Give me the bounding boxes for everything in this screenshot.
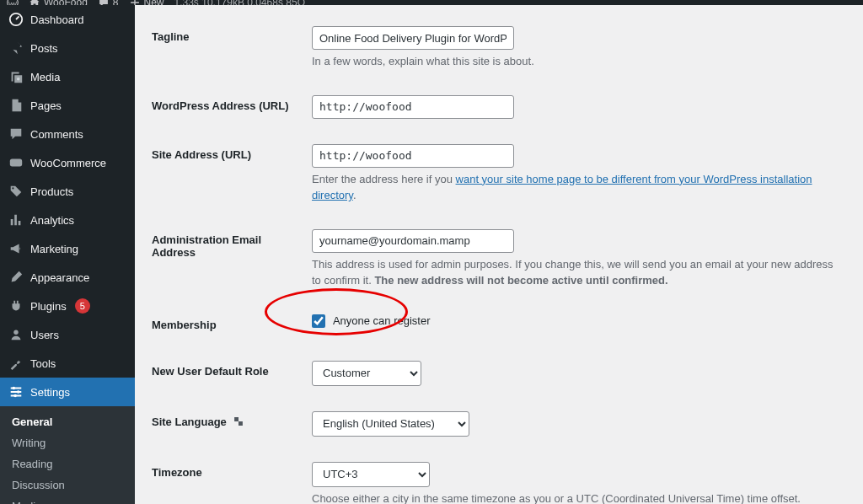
- menu-products[interactable]: Products: [0, 177, 135, 206]
- svg-point-4: [12, 187, 13, 189]
- tz-select[interactable]: UTC+3: [312, 462, 430, 487]
- siteaddr-input[interactable]: [312, 144, 514, 168]
- settings-submenu: General Writing Reading Discussion Media…: [0, 406, 135, 504]
- wp-logo-icon[interactable]: [7, 0, 19, 5]
- woocommerce-icon: [8, 155, 24, 170]
- menu-label: Analytics: [30, 214, 74, 227]
- brush-icon: [8, 270, 24, 285]
- settings-form: Tagline In a few words, explain what thi…: [135, 5, 863, 504]
- tagline-input[interactable]: [312, 26, 514, 50]
- analytics-icon: [8, 212, 24, 228]
- sub-writing[interactable]: Writing: [0, 432, 135, 453]
- menu-label: Media: [30, 71, 60, 83]
- products-icon: [8, 184, 24, 199]
- menu-label: Plugins: [30, 300, 67, 313]
- anyone-register-checkbox[interactable]: [312, 314, 325, 328]
- menu-settings[interactable]: Settings: [0, 378, 135, 406]
- perf-stats: 1.33s 10,179kB 0.0468s 85Q: [174, 0, 305, 5]
- menu-marketing[interactable]: Marketing: [0, 234, 135, 263]
- anyone-register-label[interactable]: Anyone can register: [312, 314, 431, 327]
- site-name-link[interactable]: WooFood: [29, 0, 88, 5]
- svg-point-5: [13, 330, 18, 335]
- adminemail-input[interactable]: [312, 229, 514, 253]
- menu-comments[interactable]: Comments: [0, 120, 135, 148]
- menu-label: Appearance: [30, 271, 89, 284]
- site-name-text: WooFood: [44, 0, 88, 5]
- sliders-icon: [8, 384, 24, 399]
- comment-icon: [8, 126, 24, 142]
- adminemail-desc: This address is used for admin purposes.…: [312, 256, 838, 289]
- menu-posts[interactable]: Posts: [0, 34, 135, 62]
- media-icon: [8, 69, 24, 84]
- dashboard-icon: [8, 12, 24, 27]
- menu-pages[interactable]: Pages: [0, 91, 135, 120]
- megaphone-icon: [8, 241, 24, 256]
- svg-point-6: [13, 387, 16, 390]
- menu-dashboard[interactable]: Dashboard: [0, 5, 135, 34]
- lang-label: Site Language: [152, 399, 303, 449]
- menu-analytics[interactable]: Analytics: [0, 206, 135, 234]
- tagline-desc: In a few words, explain what this site i…: [312, 53, 838, 70]
- membership-label: Membership: [152, 302, 303, 348]
- menu-woocommerce[interactable]: WooCommerce: [0, 148, 135, 177]
- comments-count: 8: [113, 0, 119, 5]
- page-icon: [8, 98, 24, 113]
- sub-discussion[interactable]: Discussion: [0, 475, 135, 496]
- wpaddr-input[interactable]: [312, 95, 514, 119]
- wrench-icon: [8, 356, 24, 371]
- siteaddr-desc: Enter the address here if you want your …: [312, 171, 838, 204]
- tz-desc: Choose either a city in the same timezon…: [312, 491, 838, 505]
- menu-label: Users: [30, 329, 59, 341]
- menu-label: Posts: [30, 42, 58, 55]
- menu-media[interactable]: Media: [0, 62, 135, 91]
- new-content-link[interactable]: New: [129, 0, 164, 5]
- plug-icon: [8, 298, 24, 314]
- menu-label: Marketing: [30, 243, 78, 255]
- admin-bar: WooFood 8 New 1.33s 10,179kB 0.0468s 85Q: [0, 0, 863, 5]
- menu-label: Tools: [30, 357, 56, 370]
- tagline-label: Tagline: [152, 13, 303, 83]
- tz-label: Timezone: [152, 449, 303, 505]
- menu-label: Dashboard: [30, 13, 84, 26]
- menu-appearance[interactable]: Appearance: [0, 263, 135, 292]
- menu-tools[interactable]: Tools: [0, 349, 135, 378]
- svg-point-2: [17, 78, 20, 81]
- sub-media[interactable]: Media: [0, 496, 135, 504]
- lang-select[interactable]: English (United States): [312, 411, 469, 437]
- comments-bubble[interactable]: 8: [98, 0, 119, 5]
- new-label: New: [144, 0, 164, 5]
- svg-rect-3: [10, 159, 22, 167]
- menu-label: WooCommerce: [30, 157, 106, 169]
- menu-plugins[interactable]: Plugins 5: [0, 292, 135, 320]
- svg-point-8: [13, 394, 17, 398]
- menu-label: Pages: [30, 99, 62, 112]
- sub-reading[interactable]: Reading: [0, 453, 135, 475]
- menu-label: Products: [30, 185, 73, 198]
- role-select[interactable]: Customer: [312, 361, 421, 386]
- wpaddr-label: WordPress Address (URL): [152, 83, 303, 131]
- users-icon: [8, 327, 24, 342]
- siteaddr-label: Site Address (URL): [152, 131, 303, 217]
- plugins-update-badge: 5: [75, 298, 90, 314]
- role-label: New User Default Role: [152, 348, 303, 399]
- pin-icon: [8, 40, 24, 56]
- sub-general[interactable]: General: [0, 411, 135, 432]
- menu-label: Settings: [30, 386, 70, 399]
- adminemail-label: Administration Email Address: [152, 217, 303, 302]
- admin-sidebar: Dashboard Posts Media Pages Comments Woo…: [0, 5, 135, 504]
- translate-icon: [233, 416, 244, 430]
- menu-label: Comments: [30, 128, 83, 141]
- menu-users[interactable]: Users: [0, 320, 135, 349]
- svg-point-7: [17, 390, 20, 394]
